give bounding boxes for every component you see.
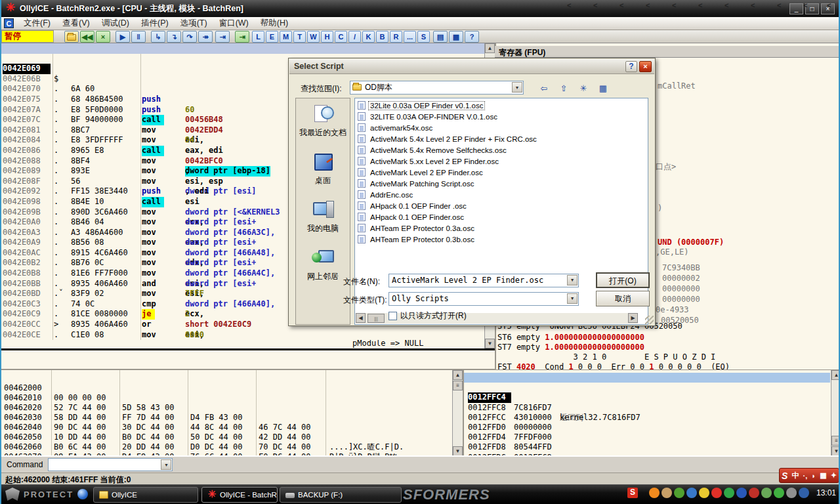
file-item[interactable]: AHpack 0.1 OEP Finder .osc	[356, 200, 646, 211]
toolbar-letter-button[interactable]: /	[348, 31, 361, 43]
stack-row[interactable]: 0012FFC4 7C816FD7 返回到 kernel32.7C816FD7	[464, 373, 830, 383]
file-item[interactable]: AddrEnc.osc	[356, 189, 646, 200]
toolbar-letter-button[interactable]: C	[335, 31, 347, 43]
dump-scrollbar[interactable]: ▲ ≡ ▼	[452, 370, 463, 455]
tray-icon[interactable]	[799, 488, 809, 498]
taskbar-button[interactable]: OllyICE	[93, 487, 198, 503]
toolbar-button[interactable]: ▤	[433, 31, 448, 43]
tray-icon[interactable]	[774, 488, 784, 498]
ime-bar-button[interactable]: 中	[791, 471, 799, 480]
hex-dump-row[interactable]: 00462050 B0 6C 44 00 D4 F9 43 00 E0 F9 4…	[1, 423, 454, 432]
dialog-help-button[interactable]: ?	[625, 61, 637, 72]
hex-dump-row[interactable]: 00462060 09 FA 43 00 21 FA 43 00 39 FA 4…	[1, 432, 454, 442]
toolbar-button[interactable]: ▦	[449, 31, 463, 43]
scroll-down-icon[interactable]: ▼	[485, 339, 495, 348]
mdi-child-icon[interactable]: C	[4, 18, 14, 28]
taskbar-button[interactable]: ✳ OllyICE - BatchRen2....	[201, 487, 278, 503]
toolbar-button[interactable]: ↴	[167, 31, 181, 43]
stack-row[interactable]: 0012FFDC FDDDD400	[464, 432, 830, 442]
disassembly-row[interactable]: 0042E069 $ 6A 60 push 60	[1, 43, 495, 54]
menu-item[interactable]: 窗口(W)	[213, 16, 255, 30]
chevron-left-icon[interactable]: <	[567, 1, 571, 9]
chevron-left-icon[interactable]: <	[593, 1, 597, 9]
disassembly-row[interactable]: 0042E0D5 56 push esi	[1, 330, 495, 340]
places-bar-item[interactable]: 我最近的文档	[299, 105, 346, 138]
taskbar-button[interactable]: BACKUP (F:)	[280, 487, 402, 503]
scroll-down-icon[interactable]: ▼	[831, 446, 840, 455]
toolbar-button[interactable]: ?	[465, 31, 479, 43]
stack-row[interactable]: 0012FFD4 80544FFD	[464, 413, 830, 423]
cancel-button[interactable]: 取消	[596, 291, 650, 306]
toolbar-letter-button[interactable]: W	[307, 31, 320, 43]
file-item[interactable]: AHTeam EP Protector 0.3b.osc	[356, 234, 646, 245]
stack-row[interactable]: 0012FFE0 FFFFFFFF SEH 链尾部	[464, 442, 830, 452]
places-bar-item[interactable]: 桌面	[312, 153, 334, 186]
chevron-down-icon[interactable]: ▼	[512, 82, 522, 93]
toolbar-button[interactable]: ⇥	[235, 31, 249, 43]
stack-row[interactable]: 0012FFC8 43010000	[464, 383, 830, 392]
tray-icon[interactable]	[686, 488, 697, 498]
toolbar-letter-button[interactable]: H	[321, 31, 333, 43]
stack-pane[interactable]: 0012FFC4 7C816FD7 返回到 kernel32.7C816FD7 …	[463, 369, 840, 455]
chevron-left-icon[interactable]: <	[751, 1, 755, 9]
ime-bar-button[interactable]: S	[782, 471, 788, 481]
chevron-down-icon[interactable]: ▼	[161, 459, 171, 470]
taskbar-clock[interactable]: 13:01	[816, 488, 836, 497]
places-bar-item[interactable]: 网上邻居	[307, 249, 339, 282]
look-in-select[interactable]: OD脚本 ▼	[350, 81, 524, 94]
file-item[interactable]: ActiveMark Patching Script.osc	[356, 178, 646, 189]
scroll-left-icon[interactable]: ◀	[356, 313, 366, 323]
tray-icon[interactable]	[749, 488, 759, 498]
chevron-left-icon[interactable]: <	[777, 1, 781, 9]
dialog-nav-button[interactable]: ⇦	[537, 82, 551, 95]
toolbar-letter-button[interactable]: E	[266, 31, 278, 43]
toolbar-button[interactable]: ‖	[131, 31, 146, 43]
menu-item[interactable]: 插件(P)	[135, 16, 175, 30]
resize-grip[interactable]	[645, 316, 654, 324]
sogou-tray-icon[interactable]: S	[627, 488, 638, 498]
toolbar-letter-button[interactable]: M	[280, 31, 292, 43]
tray-icon[interactable]	[699, 488, 709, 498]
toolbar-letter-button[interactable]: K	[362, 31, 375, 43]
toolbar-letter-button[interactable]: B	[376, 31, 388, 43]
tray-icon[interactable]	[761, 488, 772, 498]
ime-bar-button[interactable]: ▦	[820, 471, 826, 480]
chevron-left-icon[interactable]: <	[672, 1, 676, 9]
ime-bar-button[interactable]: ·,	[803, 472, 808, 480]
hex-dump-row[interactable]: 00462040 10 DD 44 00 20 DD 44 00 76 6C 4…	[1, 413, 454, 423]
toolbar-button[interactable]: ↠	[198, 31, 213, 43]
file-item[interactable]: ActiveMark 5.4x Remove Selfchecks.osc	[356, 144, 646, 156]
chevron-left-icon[interactable]: <	[827, 1, 831, 9]
dialog-nav-button[interactable]: ▦ ▾	[596, 82, 610, 95]
hex-dump-row[interactable]: 00462020 58 DD 44 00 30 DC 44 00 50 DC 4…	[1, 393, 454, 403]
scroll-thumb[interactable]: ≡	[453, 381, 463, 390]
tray-icon[interactable]	[662, 488, 672, 498]
chevron-down-icon[interactable]: ▼	[567, 275, 578, 285]
hex-dump-row[interactable]: 00462070 36 DD 44 00 34 7D 44 00 51 7D 4…	[1, 442, 454, 452]
tray-icon[interactable]	[674, 488, 684, 498]
ime-bar-button[interactable]: ◗	[811, 472, 816, 480]
file-item[interactable]: 32Lite 0.03a OEP Finder v0.1.osc	[356, 100, 646, 111]
chevron-left-icon[interactable]: <	[646, 1, 650, 9]
scroll-up-icon[interactable]: ▲	[453, 370, 463, 380]
file-name-input[interactable]: ActiveMark Level 2 EP Finder.osc ▼	[388, 274, 579, 287]
scroll-up-icon[interactable]: ▲	[831, 370, 840, 380]
scroll-up-icon[interactable]: ▲	[485, 43, 495, 53]
toolbar-letter-button[interactable]: T	[293, 31, 306, 43]
tray-icon[interactable]	[711, 488, 722, 498]
menu-item[interactable]: 调试(D)	[96, 16, 135, 30]
chevron-left-icon[interactable]: <	[698, 1, 702, 9]
menu-item[interactable]: 文件(F)	[18, 16, 56, 30]
window-control-button[interactable]: _	[789, 3, 803, 14]
scroll-thumb[interactable]: ≡	[831, 436, 840, 446]
file-item[interactable]: ActiveMark Level 2 EP Finder.osc	[356, 167, 646, 178]
file-type-select[interactable]: Olly Scripts ▼	[388, 292, 579, 306]
toolbar-button[interactable]: ◀◀	[80, 31, 94, 43]
menu-item[interactable]: 帮助(H)	[255, 16, 294, 30]
toolbar-button[interactable]: ▶	[116, 31, 130, 43]
file-item[interactable]: 32LITE 0.03A OEP-FINDER V.0.1.osc	[356, 111, 646, 122]
browser-icon[interactable]	[77, 489, 88, 499]
readonly-checkbox[interactable]	[388, 312, 397, 320]
menu-item[interactable]: 选项(T)	[175, 16, 213, 30]
open-button[interactable]: 打开(O)	[596, 272, 650, 288]
